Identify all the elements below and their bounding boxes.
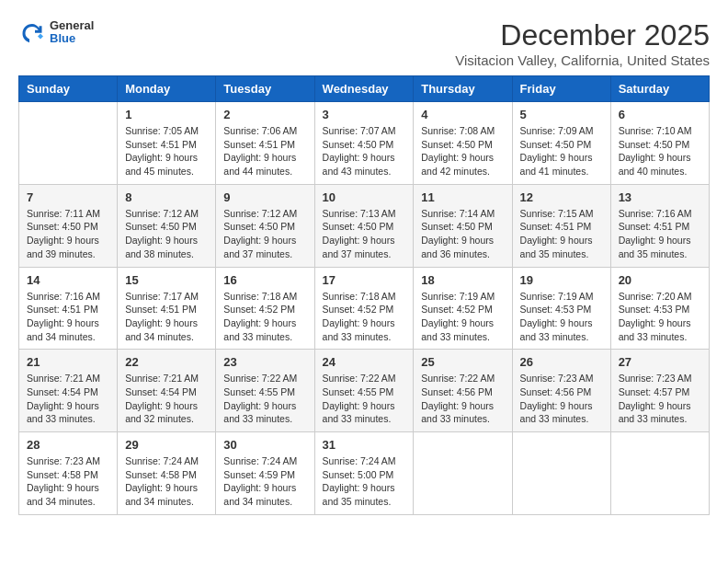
day-number: 24 (323, 355, 406, 369)
calendar-cell: 23Sunrise: 7:22 AMSunset: 4:55 PMDayligh… (216, 350, 314, 432)
day-number: 7 (27, 190, 109, 204)
day-number: 25 (421, 355, 504, 369)
day-number: 6 (619, 108, 701, 121)
day-info: Sunrise: 7:23 AMSunset: 4:57 PMDaylight:… (619, 372, 701, 426)
day-info: Sunrise: 7:10 AMSunset: 4:50 PMDaylight:… (619, 124, 701, 178)
calendar-cell: 3Sunrise: 7:07 AMSunset: 4:50 PMDaylight… (314, 102, 414, 185)
day-info: Sunrise: 7:22 AMSunset: 4:56 PMDaylight:… (421, 372, 504, 426)
calendar-cell: 20Sunrise: 7:20 AMSunset: 4:53 PMDayligh… (610, 267, 709, 350)
calendar-cell: 4Sunrise: 7:08 AMSunset: 4:50 PMDaylight… (414, 102, 512, 185)
calendar-cell: 14Sunrise: 7:16 AMSunset: 4:51 PMDayligh… (19, 267, 118, 350)
calendar-cell: 8Sunrise: 7:12 AMSunset: 4:50 PMDaylight… (118, 184, 216, 267)
calendar-cell: 21Sunrise: 7:21 AMSunset: 4:54 PMDayligh… (19, 350, 118, 432)
calendar-cell (414, 432, 512, 515)
calendar-cell: 18Sunrise: 7:19 AMSunset: 4:52 PMDayligh… (414, 267, 512, 350)
day-number: 19 (520, 273, 603, 287)
logo: General Blue (18, 18, 94, 46)
day-info: Sunrise: 7:15 AMSunset: 4:51 PMDaylight:… (520, 207, 603, 261)
calendar-cell: 1Sunrise: 7:05 AMSunset: 4:51 PMDaylight… (118, 102, 216, 185)
day-info: Sunrise: 7:22 AMSunset: 4:55 PMDaylight:… (223, 372, 306, 426)
day-number: 23 (223, 355, 306, 369)
calendar-cell: 10Sunrise: 7:13 AMSunset: 4:50 PMDayligh… (314, 184, 414, 267)
col-friday: Friday (512, 76, 610, 102)
day-number: 9 (223, 190, 306, 204)
day-number: 27 (619, 355, 701, 369)
calendar-cell: 16Sunrise: 7:18 AMSunset: 4:52 PMDayligh… (216, 267, 314, 350)
calendar-cell (512, 432, 610, 515)
day-info: Sunrise: 7:19 AMSunset: 4:52 PMDaylight:… (421, 290, 504, 344)
col-saturday: Saturday (610, 76, 709, 102)
day-info: Sunrise: 7:19 AMSunset: 4:53 PMDaylight:… (520, 290, 603, 344)
day-number: 4 (421, 108, 504, 121)
day-number: 31 (323, 438, 406, 452)
day-number: 2 (223, 108, 306, 121)
day-number: 15 (125, 273, 208, 287)
day-info: Sunrise: 7:23 AMSunset: 4:56 PMDaylight:… (520, 372, 603, 426)
calendar-week-row: 14Sunrise: 7:16 AMSunset: 4:51 PMDayligh… (19, 267, 710, 350)
calendar-cell: 2Sunrise: 7:06 AMSunset: 4:51 PMDaylight… (216, 102, 314, 185)
day-info: Sunrise: 7:18 AMSunset: 4:52 PMDaylight:… (323, 290, 406, 344)
day-info: Sunrise: 7:24 AMSunset: 5:00 PMDaylight:… (323, 454, 406, 509)
day-number: 5 (520, 108, 603, 121)
day-number: 29 (125, 438, 208, 452)
col-sunday: Sunday (19, 76, 118, 102)
day-number: 12 (520, 190, 603, 204)
calendar-cell: 22Sunrise: 7:21 AMSunset: 4:54 PMDayligh… (118, 350, 216, 432)
day-info: Sunrise: 7:21 AMSunset: 4:54 PMDaylight:… (27, 372, 109, 426)
day-number: 20 (619, 273, 701, 287)
day-info: Sunrise: 7:05 AMSunset: 4:51 PMDaylight:… (125, 124, 208, 178)
calendar-header-row: Sunday Monday Tuesday Wednesday Thursday… (19, 76, 710, 102)
day-number: 8 (125, 190, 208, 204)
title-section: December 2025 Visitacion Valley, Califor… (455, 18, 710, 68)
calendar-cell: 9Sunrise: 7:12 AMSunset: 4:50 PMDaylight… (216, 184, 314, 267)
calendar-cell: 24Sunrise: 7:22 AMSunset: 4:55 PMDayligh… (314, 350, 414, 432)
day-info: Sunrise: 7:13 AMSunset: 4:50 PMDaylight:… (323, 207, 406, 261)
month-title: December 2025 (455, 18, 710, 52)
day-info: Sunrise: 7:12 AMSunset: 4:50 PMDaylight:… (223, 207, 306, 261)
calendar-cell (610, 432, 709, 515)
day-info: Sunrise: 7:09 AMSunset: 4:50 PMDaylight:… (520, 124, 603, 178)
calendar-cell: 6Sunrise: 7:10 AMSunset: 4:50 PMDaylight… (610, 102, 709, 185)
day-info: Sunrise: 7:24 AMSunset: 4:58 PMDaylight:… (125, 454, 208, 509)
day-info: Sunrise: 7:11 AMSunset: 4:50 PMDaylight:… (27, 207, 109, 261)
calendar-week-row: 7Sunrise: 7:11 AMSunset: 4:50 PMDaylight… (19, 184, 710, 267)
day-number: 10 (323, 190, 406, 204)
calendar-cell: 25Sunrise: 7:22 AMSunset: 4:56 PMDayligh… (414, 350, 512, 432)
day-number: 16 (223, 273, 306, 287)
calendar-week-row: 21Sunrise: 7:21 AMSunset: 4:54 PMDayligh… (19, 350, 710, 432)
day-info: Sunrise: 7:20 AMSunset: 4:53 PMDaylight:… (619, 290, 701, 344)
day-number: 17 (323, 273, 406, 287)
day-info: Sunrise: 7:18 AMSunset: 4:52 PMDaylight:… (223, 290, 306, 344)
calendar-cell: 15Sunrise: 7:17 AMSunset: 4:51 PMDayligh… (118, 267, 216, 350)
calendar-cell: 5Sunrise: 7:09 AMSunset: 4:50 PMDaylight… (512, 102, 610, 185)
calendar-week-row: 1Sunrise: 7:05 AMSunset: 4:51 PMDaylight… (19, 102, 710, 185)
day-number: 3 (323, 108, 406, 121)
day-number: 21 (27, 355, 109, 369)
day-info: Sunrise: 7:22 AMSunset: 4:55 PMDaylight:… (323, 372, 406, 426)
calendar-cell: 26Sunrise: 7:23 AMSunset: 4:56 PMDayligh… (512, 350, 610, 432)
day-info: Sunrise: 7:21 AMSunset: 4:54 PMDaylight:… (125, 372, 208, 426)
col-tuesday: Tuesday (216, 76, 314, 102)
calendar-cell: 17Sunrise: 7:18 AMSunset: 4:52 PMDayligh… (314, 267, 414, 350)
logo-icon (18, 18, 46, 46)
location-title: Visitacion Valley, California, United St… (455, 52, 710, 68)
day-number: 28 (27, 438, 109, 452)
day-number: 11 (421, 190, 504, 204)
calendar-week-row: 28Sunrise: 7:23 AMSunset: 4:58 PMDayligh… (19, 432, 710, 515)
day-info: Sunrise: 7:06 AMSunset: 4:51 PMDaylight:… (223, 124, 306, 178)
calendar-cell: 7Sunrise: 7:11 AMSunset: 4:50 PMDaylight… (19, 184, 118, 267)
logo-blue: Blue (50, 32, 94, 45)
calendar-cell: 28Sunrise: 7:23 AMSunset: 4:58 PMDayligh… (19, 432, 118, 515)
day-info: Sunrise: 7:17 AMSunset: 4:51 PMDaylight:… (125, 290, 208, 344)
day-info: Sunrise: 7:12 AMSunset: 4:50 PMDaylight:… (125, 207, 208, 261)
day-number: 14 (27, 273, 109, 287)
day-info: Sunrise: 7:14 AMSunset: 4:50 PMDaylight:… (421, 207, 504, 261)
calendar-cell: 13Sunrise: 7:16 AMSunset: 4:51 PMDayligh… (610, 184, 709, 267)
calendar-cell: 27Sunrise: 7:23 AMSunset: 4:57 PMDayligh… (610, 350, 709, 432)
calendar-cell: 11Sunrise: 7:14 AMSunset: 4:50 PMDayligh… (414, 184, 512, 267)
day-info: Sunrise: 7:24 AMSunset: 4:59 PMDaylight:… (223, 454, 306, 509)
day-number: 13 (619, 190, 701, 204)
calendar-cell: 12Sunrise: 7:15 AMSunset: 4:51 PMDayligh… (512, 184, 610, 267)
logo-general: General (50, 19, 94, 32)
day-info: Sunrise: 7:23 AMSunset: 4:58 PMDaylight:… (27, 454, 109, 509)
